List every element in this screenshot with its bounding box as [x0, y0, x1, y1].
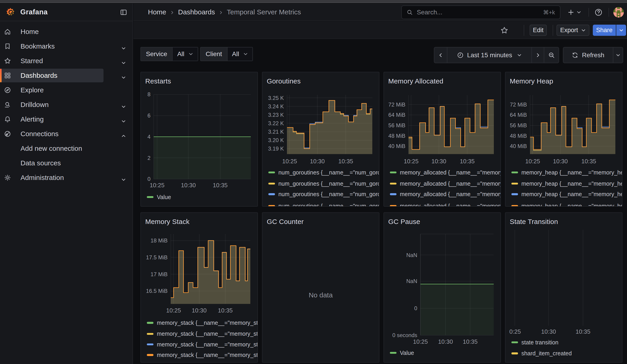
legend-series-label: memory_stack {__name__="memory_stack", h… [157, 330, 258, 337]
help-button[interactable] [595, 3, 602, 21]
axis-tick-label: NaN [406, 278, 417, 284]
axis-tick-label: 10:30 [192, 307, 207, 314]
client-filter-value[interactable]: All [228, 48, 252, 61]
sidebar-item-drilldown[interactable]: Drilldown [0, 97, 132, 112]
time-range-picker[interactable]: Last 15 minutes [447, 48, 531, 63]
breadcrumb-item[interactable]: Dashboards [178, 8, 215, 16]
panel-memory-stack[interactable]: Memory Stack18 MiB17.5 MiB17 MiB16.5 MiB… [140, 212, 258, 363]
legend-item[interactable]: num_goroutines {__name__="num_goroutines… [268, 203, 379, 207]
chevron-up-icon[interactable] [121, 132, 126, 136]
sidebar-item-connections[interactable]: Connections [0, 127, 132, 141]
sidebar: GrafanaHomeBookmarksStarredDashboardsExp… [0, 3, 133, 364]
refresh-button[interactable]: Refresh [563, 48, 613, 63]
legend-series-label: memory_allocated {__name__="memory_alloc… [400, 169, 500, 176]
sidebar-item-bookmarks[interactable]: Bookmarks [0, 39, 132, 53]
legend-item[interactable]: memory_heap {__name__="memory_heap", hos… [511, 180, 622, 187]
sidebar-item-label: Home [20, 28, 39, 36]
time-back-button[interactable] [434, 48, 447, 63]
sidebar-item-label: Administration [20, 174, 64, 182]
sidebar-item-home[interactable]: Home [0, 24, 132, 39]
sidebar-item-starred[interactable]: Starred [0, 53, 132, 68]
edit-button[interactable]: Edit [530, 25, 547, 36]
panel-gc-counter[interactable]: GC CounterNo data [262, 212, 379, 363]
sidebar-item-dashboards[interactable]: Dashboards [0, 68, 132, 83]
chevron-down-icon[interactable] [121, 175, 126, 180]
sidebar-item-alerting[interactable]: Alerting [0, 112, 132, 127]
sidebar-item-label: Add new connection [20, 145, 82, 152]
chevron-down-icon[interactable] [121, 59, 126, 63]
chevron-down-icon[interactable] [121, 103, 126, 107]
legend-item[interactable]: Value [390, 349, 500, 356]
legend-item[interactable]: memory_stack {__name__="memory_stack", h… [147, 341, 258, 348]
panel-memory-allocated[interactable]: Memory Allocated72 MiB64 MiB56 MiB48 MiB… [383, 72, 501, 207]
legend-item[interactable]: memory_stack {__name__="memory_stack", h… [147, 330, 258, 337]
legend-item[interactable]: shard_item_created [511, 350, 622, 357]
chevron-down-icon[interactable] [121, 44, 126, 49]
breadcrumb-item[interactable]: Home [148, 8, 166, 16]
favorite-star-button[interactable] [500, 22, 508, 39]
sidebar-item-explore[interactable]: Explore [0, 83, 132, 97]
legend-series-color [390, 171, 397, 173]
legend-item[interactable]: state transition [511, 339, 622, 346]
panel-memory-heap[interactable]: Memory Heap72 MiB64 MiB56 MiB48 MiB40 Mi… [505, 72, 623, 207]
zoom-out-icon [548, 52, 555, 58]
service-filter-value[interactable]: All [173, 48, 198, 61]
gc-pause-chart[interactable]: NaNNaN00 seconds10:2510:3010:35 [384, 213, 500, 362]
chevron-down-icon [243, 52, 248, 56]
legend-item[interactable]: memory_stack {__name__="memory_stack", h… [147, 319, 258, 326]
axis-tick-label: 3.24 K [268, 103, 284, 109]
avatar[interactable] [613, 3, 624, 21]
legend-item[interactable]: num_goroutines {__name__="num_goroutines… [268, 191, 379, 198]
restarts-chart[interactable]: 8642010:2510:3010:35 [141, 72, 258, 206]
panel-state-transition[interactable]: State Transition10:2510:3010:35state tra… [505, 212, 623, 363]
share-button[interactable]: Share [593, 25, 616, 36]
memory-stack-chart[interactable]: 18 MiB17.5 MiB17 MiB16.5 MiB10:2510:3010… [141, 213, 258, 362]
legend-item[interactable]: memory_stack {__name__="memory_stack", h… [147, 352, 258, 358]
time-forward-button[interactable] [531, 48, 544, 63]
legend-item[interactable]: memory_heap {__name__="memory_heap", hos… [511, 169, 622, 176]
axis-tick-label: NaN [406, 252, 417, 258]
legend-item[interactable]: num_goroutines {__name__="num_goroutines… [268, 169, 379, 176]
panel-goroutines[interactable]: Goroutines3.25 K3.24 K3.23 K3.22 K3.21 K… [262, 72, 379, 207]
sidebar-item-administration[interactable]: Administration [0, 170, 132, 185]
add-new-button[interactable] [568, 3, 581, 21]
legend-series-label: memory_allocated {__name__="memory_alloc… [400, 203, 500, 207]
legend-item[interactable]: num_goroutines {__name__="num_goroutines… [268, 180, 379, 187]
share-dropdown-button[interactable] [616, 25, 626, 36]
legend-item[interactable]: memory_allocated {__name__="memory_alloc… [390, 203, 500, 207]
chevron-down-icon[interactable] [121, 73, 126, 78]
compass-icon [4, 87, 11, 94]
legend-series-label: memory_allocated {__name__="memory_alloc… [400, 180, 500, 187]
search-placeholder: Search... [417, 9, 543, 16]
panel-restarts[interactable]: Restarts8642010:2510:3010:35Value [140, 72, 258, 207]
search-input[interactable]: Search...⌘+k [401, 5, 560, 19]
sidebar-item-label: Data sources [20, 159, 61, 167]
legend-item[interactable]: memory_allocated {__name__="memory_alloc… [390, 169, 500, 176]
dashboard-toolbar: EditExportShare [133, 22, 627, 39]
export-button[interactable]: Export [557, 25, 589, 36]
refresh-controls: Refresh [563, 47, 623, 63]
legend-item[interactable]: Value [147, 194, 258, 201]
home-icon [4, 28, 11, 35]
sidebar-item-add-new-connection[interactable]: Add new connection [0, 141, 132, 156]
zoom-out-button[interactable] [544, 48, 559, 63]
axis-tick-label: 4 [148, 134, 151, 140]
chevron-down-icon[interactable] [121, 117, 126, 122]
axis-tick-label: 10:35 [575, 328, 590, 335]
dock-sidebar-icon[interactable] [120, 9, 127, 16]
legend-item[interactable]: memory_heap {__name__="memory_heap", hos… [511, 191, 622, 198]
legend-item[interactable]: memory_allocated {__name__="memory_alloc… [390, 180, 500, 187]
refresh-interval-dropdown[interactable] [613, 48, 623, 63]
axis-tick-label: 10:30 [541, 328, 556, 335]
legend-series-color [268, 205, 275, 207]
sidebar-item-data-sources[interactable]: Data sources [0, 156, 132, 170]
legend-item[interactable]: memory_heap {__name__="memory_heap", hos… [511, 203, 622, 207]
legend-item[interactable]: memory_allocated {__name__="memory_alloc… [390, 191, 500, 198]
breadcrumb-current: Temporal Server Metrics [227, 8, 301, 16]
header-divider [588, 8, 589, 17]
client-filter-label: Client [201, 48, 228, 61]
axis-tick-label: 0 [414, 305, 417, 311]
panel-gc-pause[interactable]: GC PauseNaNNaN00 seconds10:2510:3010:35V… [383, 212, 501, 363]
axis-tick-label: 0 seconds [392, 332, 417, 338]
legend-series-label: memory_heap {__name__="memory_heap", hos… [522, 180, 622, 187]
